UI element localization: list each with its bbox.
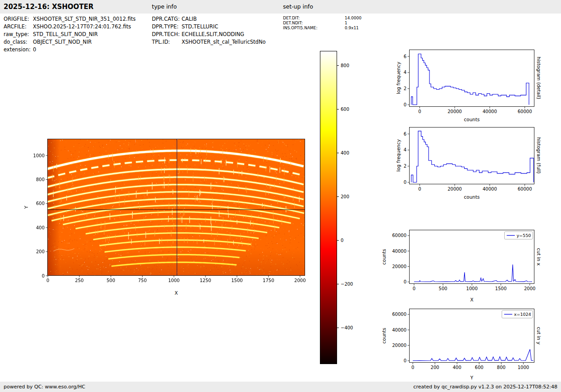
meta-label: do_class: <box>4 38 33 46</box>
cut-in-y-y-label: counts <box>381 328 387 343</box>
meta-value: XSHOOTER_SLT_STD_NIR_351_0012.fits <box>33 16 136 22</box>
svg-text:0: 0 <box>404 180 406 185</box>
meta-row-dpr-tech: DPR.TECH:ECHELLE,SLIT,NODDING <box>152 31 266 38</box>
svg-text:750: 750 <box>138 278 146 283</box>
cut-in-x-x-label: X <box>470 297 473 302</box>
svg-text:0: 0 <box>46 278 49 283</box>
histogram-full-x-label: counts <box>464 194 479 200</box>
histogram-full-y-label: log frequency <box>396 139 401 172</box>
colorbar-tick-mark <box>337 284 339 284</box>
svg-text:0: 0 <box>404 279 406 284</box>
setup-info-section-label: set-up info <box>283 0 313 14</box>
svg-text:60000: 60000 <box>392 312 406 317</box>
colorbar-tick-mark <box>337 240 339 241</box>
svg-text:60000: 60000 <box>518 187 532 191</box>
meta-row-raw-type: raw_type:STD_TELL_SLIT_NOD_NIR <box>4 31 136 38</box>
meta-label: ARCFILE: <box>4 23 33 31</box>
svg-text:2: 2 <box>404 164 406 169</box>
meta-value: XSHOO.2025-12-17T07:24:01.762.fits <box>33 23 131 30</box>
svg-text:0: 0 <box>418 187 421 191</box>
meta-row-tpl-id: TPL.ID:XSHOOTER_slt_cal_TelluricStdNo <box>152 38 266 46</box>
svg-text:20000: 20000 <box>447 109 462 114</box>
meta-row-do-class: do_class:OBJECT_SLIT_NOD_NIR <box>4 38 136 46</box>
meta-value: 1 <box>345 21 347 25</box>
svg-text:1000: 1000 <box>466 286 478 291</box>
meta-row-arcfile: ARCFILE:XSHOO.2025-12-17T07:24:01.762.fi… <box>4 23 136 31</box>
svg-text:0: 0 <box>413 286 415 291</box>
svg-text:60000: 60000 <box>392 233 406 238</box>
svg-text:600: 600 <box>475 365 483 370</box>
svg-text:200: 200 <box>36 249 45 254</box>
svg-text:1000: 1000 <box>168 278 179 283</box>
cut-in-y-title: cut in y <box>536 327 542 344</box>
meta-value: 14.0000 <box>345 16 361 20</box>
svg-text:20000: 20000 <box>392 343 406 348</box>
cut-in-y-plot: 020040060080010000200004000060000x=1024 <box>409 309 534 363</box>
colorbar-tick-mark <box>337 153 339 153</box>
raw-frame-axes: 0250500750100012501500175020000200400600… <box>47 139 305 276</box>
colorbar-tick-mark <box>337 65 339 66</box>
meta-row-det-ndit: DET.NDIT:1 <box>283 21 361 26</box>
svg-text:1750: 1750 <box>263 278 274 283</box>
histogram-full-plot: 02000040000600000246 <box>409 127 534 184</box>
meta-label: DPR.TYPE: <box>152 23 182 31</box>
svg-text:500: 500 <box>439 286 447 291</box>
page-title: 2025-12-16: XSHOOTER <box>4 0 94 14</box>
svg-text:0: 0 <box>42 273 45 278</box>
svg-text:2000: 2000 <box>294 278 306 283</box>
svg-text:40000: 40000 <box>392 328 406 333</box>
meta-value: 0.9x11 <box>345 26 359 30</box>
file-info-block: ORIGFILE:XSHOOTER_SLT_STD_NIR_351_0012.f… <box>4 15 136 54</box>
colorbar-tick-label: −200 <box>341 282 353 287</box>
histogram-detail-title: histogram (detail) <box>536 57 542 99</box>
svg-text:800: 800 <box>497 365 506 370</box>
svg-text:0: 0 <box>418 109 421 114</box>
meta-value: STD,TELLURIC <box>182 23 218 30</box>
qc-report-figure: 2025-12-16: XSHOOTER type info set-up in… <box>0 0 561 392</box>
meta-value: 0 <box>33 46 36 53</box>
svg-text:800: 800 <box>36 177 45 182</box>
histogram-detail-plot: 02000040000600000246 <box>409 50 534 107</box>
meta-row-ins-opti5: INS.OPTI5.NAME:0.9x11 <box>283 26 361 31</box>
svg-text:0: 0 <box>411 365 414 370</box>
svg-text:1500: 1500 <box>231 278 242 283</box>
colorbar-tick-label: 200 <box>341 194 349 200</box>
svg-text:60000: 60000 <box>518 109 532 114</box>
main-x-axis-label: X <box>174 290 178 296</box>
colorbar-tick-label: 400 <box>341 150 349 156</box>
colorbar-ticks: 8006004002000−200−400 <box>320 51 337 364</box>
histogram-full-title: histogram (full) <box>536 137 542 174</box>
footer-left-text: powered by QC: www.eso.org/HC <box>4 382 85 392</box>
svg-text:6: 6 <box>404 54 406 59</box>
svg-text:4: 4 <box>404 70 406 75</box>
svg-text:20000: 20000 <box>447 187 462 191</box>
meta-row-det-dit: DET.DIT:14.0000 <box>283 16 361 21</box>
meta-row-dpr-type: DPR.TYPE:STD,TELLURIC <box>152 23 266 31</box>
histogram-detail-y-label: log frequency <box>396 62 401 94</box>
svg-text:6: 6 <box>404 132 406 137</box>
svg-text:0: 0 <box>404 102 406 107</box>
cut-in-x-title: cut in x <box>536 248 542 265</box>
footer-right-text: created by qc_rawdisp.py v1.2.3 on 2025-… <box>413 382 557 392</box>
meta-label: raw_type: <box>4 31 33 38</box>
colorbar-tick-mark <box>337 196 339 197</box>
svg-text:40000: 40000 <box>483 109 497 114</box>
meta-label: INS.OPTI5.NAME: <box>283 26 345 31</box>
type-info-block: DPR.CATG:CALIB DPR.TYPE:STD,TELLURIC DPR… <box>152 15 266 46</box>
meta-row-origfile: ORIGFILE:XSHOOTER_SLT_STD_NIR_351_0012.f… <box>4 15 136 23</box>
main-y-axis-label: Y <box>23 206 29 209</box>
svg-text:20000: 20000 <box>392 264 406 269</box>
svg-text:0: 0 <box>404 358 406 363</box>
svg-text:1000: 1000 <box>33 153 45 158</box>
svg-text:1250: 1250 <box>200 278 211 283</box>
meta-label: ORIGFILE: <box>4 15 33 23</box>
svg-text:x=1024: x=1024 <box>514 312 531 317</box>
colorbar-tick-mark <box>337 109 339 109</box>
svg-text:600: 600 <box>36 201 45 206</box>
svg-text:500: 500 <box>106 278 115 283</box>
cut-in-x-y-label: counts <box>381 249 387 264</box>
colorbar-tick-label: 800 <box>341 63 349 68</box>
svg-text:2: 2 <box>404 86 406 91</box>
svg-text:2000: 2000 <box>524 286 535 291</box>
svg-text:40000: 40000 <box>392 249 406 254</box>
